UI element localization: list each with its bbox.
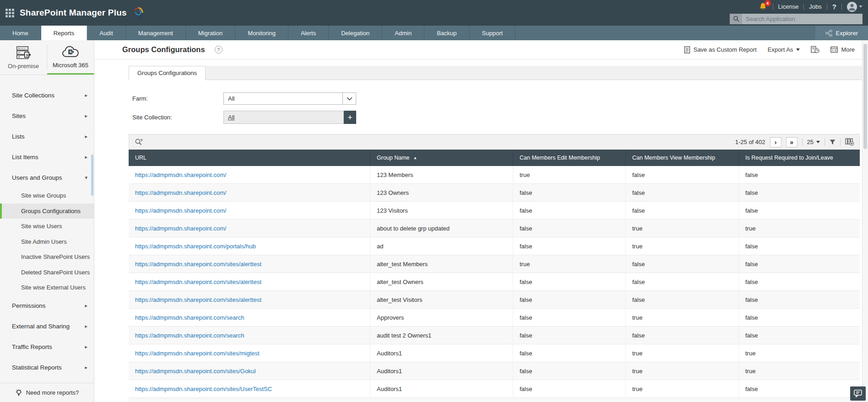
license-link[interactable]: License	[778, 3, 799, 10]
table-row: https://admpmsdn.sharepoint.com/123 Visi…	[129, 202, 860, 220]
tab-admin[interactable]: Admin	[382, 26, 424, 40]
main-nav: HomeReportsAuditManagementMigrationMonit…	[0, 26, 868, 40]
chevron-down-icon	[796, 48, 800, 51]
divider	[803, 4, 804, 10]
feedback-chat-button[interactable]	[850, 386, 866, 401]
divider	[802, 138, 803, 146]
view-membership-cell: false	[625, 184, 738, 201]
column-header-url[interactable]: URL	[129, 150, 370, 166]
site-collection-value-link[interactable]: All	[228, 114, 234, 121]
sidebar-item-list-items[interactable]: List Items▸	[0, 147, 94, 167]
url-link[interactable]: https://admpmsdn.sharepoint.com/sites/al…	[135, 296, 261, 303]
url-link[interactable]: https://admpmsdn.sharepoint.com/	[135, 172, 226, 178]
column-header-label: Is Request Required to Join/Leave	[745, 155, 833, 161]
sidebar-item-statistical-reports[interactable]: Statistical Reports▸	[0, 357, 94, 378]
sidebar-subitem-site-wise-users[interactable]: Site wise Users	[0, 219, 94, 234]
view-membership-cell: true	[625, 380, 738, 397]
tab-monitoring[interactable]: Monitoring	[235, 26, 288, 40]
tab-migration[interactable]: Migration	[186, 26, 235, 40]
table-row: https://admpmsdn.sharepoint.com/searchAp…	[129, 309, 860, 327]
sidebar-item-external-and-sharing[interactable]: External and Sharing▸	[0, 316, 94, 337]
url-link[interactable]: https://admpmsdn.sharepoint.com/sites/al…	[135, 261, 261, 268]
help-link[interactable]: ?	[832, 3, 836, 11]
tab-reports[interactable]: Reports	[41, 26, 87, 40]
env-microsoft-365[interactable]: S Microsoft 365	[47, 40, 94, 75]
url-link[interactable]: https://admpmsdn.sharepoint.com/portals/…	[135, 243, 256, 250]
sidebar-subitem-site-wise-external-users[interactable]: Site wise External Users	[0, 280, 94, 295]
url-link[interactable]: https://admpmsdn.sharepoint.com/	[135, 225, 226, 232]
view-membership-cell: false	[625, 255, 738, 273]
column-chooser-icon[interactable]	[845, 138, 854, 146]
next-page-button[interactable]: ›	[770, 137, 781, 147]
tab-groups-configurations[interactable]: Groups Configurations	[129, 66, 206, 80]
jobs-link[interactable]: Jobs	[809, 3, 821, 10]
app-launcher-icon[interactable]	[5, 9, 14, 17]
notifications-bell-icon[interactable]: 4	[759, 2, 768, 11]
tab-support[interactable]: Support	[470, 26, 516, 40]
filter-funnel-icon[interactable]	[830, 139, 835, 145]
tab-audit[interactable]: Audit	[87, 26, 126, 40]
column-header-group-name[interactable]: Group Name▲	[370, 150, 513, 166]
tab-home[interactable]: Home	[0, 26, 41, 40]
farm-label: Farm:	[132, 95, 223, 102]
group-name-cell: Auditors1	[370, 380, 513, 397]
sidebar-subitem-site-admin-users[interactable]: Site Admin Users	[0, 234, 94, 250]
tab-delegation[interactable]: Delegation	[329, 26, 382, 40]
edit-membership-cell: false	[513, 273, 625, 290]
sidebar-item-permissions[interactable]: Permissions▸	[0, 295, 94, 316]
add-site-collection-button[interactable]: +	[344, 111, 356, 124]
main-scrollbar-thumb[interactable]	[863, 44, 867, 149]
need-more-reports-button[interactable]: Need more reports?	[0, 383, 94, 402]
tab-management[interactable]: Management	[126, 26, 186, 40]
tab-backup[interactable]: Backup	[424, 26, 469, 40]
export-as-button[interactable]: Export As	[768, 46, 800, 53]
column-header-can-members-edit-membership[interactable]: Can Members Edit Membership	[513, 150, 625, 166]
url-link[interactable]: https://admpmsdn.sharepoint.com/sites/mi…	[135, 350, 260, 357]
report-help-icon[interactable]: ?	[215, 46, 222, 54]
group-name-cell: Auditors1	[370, 344, 513, 362]
schedule-report-button[interactable]	[811, 46, 819, 54]
app-logo-text: SharePoint Manager Plus	[20, 8, 127, 18]
chevron-right-icon: ▸	[85, 134, 87, 139]
main-scrollbar[interactable]	[862, 40, 868, 402]
env-on-premise[interactable]: S On-premise	[0, 40, 47, 75]
url-link[interactable]: https://admpmsdn.sharepoint.com/sites/Go…	[135, 368, 256, 375]
sidebar-item-sites[interactable]: Sites▸	[0, 106, 94, 126]
column-header-can-members-view-membership[interactable]: Can Members View Membership	[625, 150, 738, 166]
sidebar-item-users-and-groups[interactable]: Users and Groups▾	[0, 167, 94, 188]
sidebar-subitem-groups-configurations[interactable]: Groups Configurations	[0, 204, 94, 219]
url-link[interactable]: https://admpmsdn.sharepoint.com/	[135, 189, 226, 196]
page-size-select[interactable]: 25	[807, 139, 820, 145]
environment-switch: S On-premise S Microsoft 365	[0, 40, 94, 75]
nav-tabs: HomeReportsAuditManagementMigrationMonit…	[0, 26, 515, 40]
sidebar-subitem-inactive-sharepoint-users[interactable]: Inactive SharePoint Users	[0, 249, 94, 265]
search-icon[interactable]	[730, 14, 742, 24]
group-name-cell: ad	[370, 237, 513, 255]
sidebar-subitem-deleted-sharepoint-users[interactable]: Deleted SharePoint Users	[0, 265, 94, 280]
group-name-cell: alter_test Visitors	[370, 291, 513, 308]
more-button[interactable]: More	[830, 46, 855, 53]
sidebar-scrollbar[interactable]	[91, 155, 93, 196]
table-search-icon[interactable]	[135, 138, 143, 146]
url-link[interactable]: https://admpmsdn.sharepoint.com/search	[135, 332, 244, 339]
edit-membership-cell: false	[513, 184, 625, 201]
save-as-custom-report-button[interactable]: Save as Custom Report	[684, 46, 757, 54]
tab-alerts[interactable]: Alerts	[288, 26, 329, 40]
last-page-button[interactable]: »	[786, 137, 797, 147]
url-link[interactable]: https://admpmsdn.sharepoint.com/sites/al…	[135, 279, 261, 285]
url-link[interactable]: https://admpmsdn.sharepoint.com/	[135, 207, 226, 214]
url-link[interactable]: https://admpmsdn.sharepoint.com/search	[135, 314, 244, 321]
more-label: More	[841, 46, 855, 53]
search-input[interactable]	[742, 14, 863, 24]
sidebar-subitem-site-wise-groups[interactable]: Site wise Groups	[0, 188, 94, 204]
url-link[interactable]: https://admpmsdn.sharepoint.com/sites/Us…	[135, 386, 272, 392]
farm-select[interactable]: All	[223, 92, 356, 105]
user-menu[interactable]	[847, 2, 863, 12]
sidebar-item-lists[interactable]: Lists▸	[0, 126, 94, 147]
table-row: https://admpmsdn.sharepoint.com/sites/Us…	[129, 380, 860, 398]
column-header-is-request-required-to-join-leave[interactable]: Is Request Required to Join/Leave	[738, 150, 860, 166]
explorer-button[interactable]: Explorer	[815, 26, 868, 40]
sidebar-item-site-collections[interactable]: Site Collections▸	[0, 85, 94, 106]
edit-membership-cell: true	[513, 166, 625, 183]
sidebar-item-traffic-reports[interactable]: Traffic Reports▸	[0, 337, 94, 357]
